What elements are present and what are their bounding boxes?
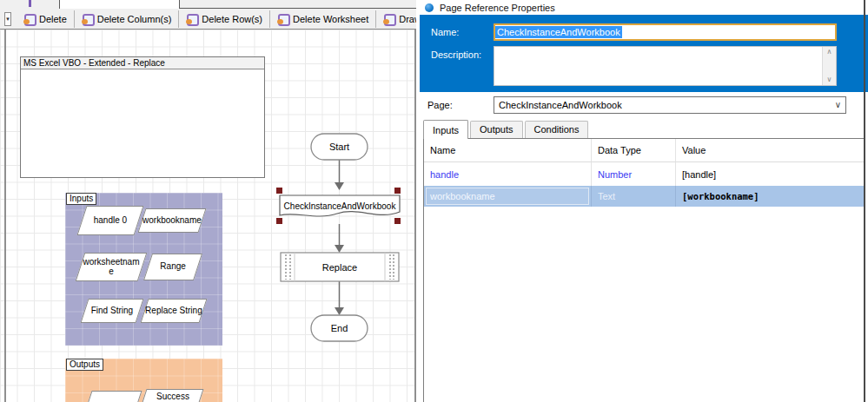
scroll-up-icon[interactable]: ∧ [827,47,832,57]
dialog-title: Page Reference Properties [440,3,555,13]
page-icon [23,14,35,24]
data-item-label: workbookname [142,216,202,226]
data-item-workbookname[interactable]: workbookname [137,208,206,233]
row-value[interactable]: [workbookname] [676,186,865,207]
data-item-label [92,392,141,394]
tab-delete-worksheet[interactable]: Delete Worksheet [269,10,375,28]
page-label: Page: [427,100,453,110]
description-label: Description: [431,49,481,60]
end-stage-label: End [331,323,348,333]
end-stage[interactable]: End [311,315,368,341]
tab-delete[interactable]: Delete [17,10,74,28]
selection-handle[interactable] [394,188,401,194]
process-info-box[interactable]: MS Excel VBO - Extended - Replace [20,56,265,178]
description-textarea[interactable]: ∧ ∨ [494,46,837,86]
name-label: Name: [431,27,459,37]
action-stage-replace[interactable]: Replace [281,253,399,281]
scroll-down-icon[interactable]: ∨ [827,75,832,85]
page-icon [82,14,93,24]
page-icon [383,14,394,24]
selection-handle[interactable] [394,218,401,224]
tab-list-dropdown-button[interactable]: ▼ [4,12,11,26]
page-tab-bar: ▼ Delete Delete Column(s) Delete Row(s) … [0,9,416,30]
data-item-label: worksheetname [81,258,142,276]
dropdown-arrow-icon: ▼ [5,16,10,22]
name-input[interactable]: CheckInstanceAndWorkbook [494,23,837,41]
inputs-table: Name Data Type Value handle Number [hand… [423,138,865,402]
table-row-selected[interactable]: workbookname Text [workbookname] [424,186,865,207]
canvas-left-border [4,30,6,402]
tab-drawchart[interactable]: DrawCha [375,10,416,28]
name-input-selected-text: CheckInstanceAndWorkbook [495,26,622,38]
description-scrollbar[interactable]: ∧ ∨ [822,47,836,85]
row-name-cell[interactable]: workbookname [424,186,592,207]
page-dropdown[interactable]: CheckInstanceAndWorkbook ∨ [494,96,846,114]
chevron-down-icon: ∨ [835,100,841,109]
tab-label: DrawCha [399,14,416,24]
upper-tab-tick [29,0,31,7]
action-stage-label: Replace [322,262,357,273]
table-header-row: Name Data Type Value [424,139,865,162]
dialog-title-bar: Page Reference Properties [420,0,868,15]
page-dropdown-value: CheckInstanceAndWorkbook [499,100,622,110]
stage-ball-icon [425,3,434,12]
tab-delete-rows[interactable]: Delete Row(s) [178,10,269,28]
page-reference-label: CheckInstanceAndWorkbook [284,201,397,211]
row-datatype[interactable]: Text [592,186,676,207]
column-header-value[interactable]: Value [676,139,865,162]
tab-outputs[interactable]: Outputs [470,121,523,138]
data-item-output-partial[interactable] [82,391,142,402]
data-item-label: handle 0 [83,216,138,226]
page-icon [277,14,288,24]
data-item-worksheetname[interactable]: worksheetname [76,253,148,281]
outputs-block-label: Outputs [66,359,103,371]
inputs-block-label: Inputs [66,193,96,205]
data-item-label: Success [145,390,201,402]
data-item-handle[interactable]: handle 0 [76,206,143,235]
canvas-right-border [414,30,416,402]
dialog-right-border [864,0,865,402]
data-item-label: Replace String [145,306,202,316]
data-item-range[interactable]: Range [143,254,202,280]
column-header-name[interactable]: Name [424,139,592,162]
page-reference-properties-dialog: Page Reference Properties Name: CheckIns… [420,0,868,402]
column-header-datatype[interactable]: Data Type [592,139,676,162]
dialog-header-panel: Name: CheckInstanceAndWorkbook Descripti… [420,15,868,92]
start-stage-label: Start [329,142,349,152]
tab-label: Delete Worksheet [293,14,368,24]
tab-conditions[interactable]: Conditions [525,121,589,138]
row-datatype[interactable]: Number [592,162,676,186]
row-name[interactable]: handle [424,162,592,186]
tab-label: Delete Row(s) [202,14,262,24]
app-window: ▼ Delete Delete Column(s) Delete Row(s) … [0,0,868,402]
tab-delete-columns[interactable]: Delete Column(s) [74,10,179,28]
selection-handle[interactable] [276,218,282,224]
selection-handle[interactable] [276,188,282,194]
tab-label: Delete Column(s) [97,14,172,24]
data-item-label: Range [149,262,197,272]
upper-tab-strip [0,0,416,9]
data-item-replace-string[interactable]: Replace String [140,299,207,323]
tabs-wrap: Delete Delete Column(s) Delete Row(s) De… [17,10,416,28]
process-info-title: MS Excel VBO - Extended - Replace [21,57,264,69]
tab-inputs[interactable]: Inputs [423,120,468,139]
active-page-tab-sliver[interactable] [59,0,180,9]
row-value[interactable]: [handle] [676,162,865,186]
parameter-tabs: Inputs Outputs Conditions [423,119,590,138]
data-item-success[interactable]: Success [136,389,203,402]
start-stage[interactable]: Start [311,134,368,160]
row-name-edit-box[interactable]: workbookname [426,188,589,205]
data-item-label: Find String [85,306,139,316]
table-row[interactable]: handle Number [handle] [424,162,865,186]
tab-label: Delete [39,14,67,24]
data-item-find-string[interactable]: Find String [80,299,143,323]
page-icon [186,14,197,24]
